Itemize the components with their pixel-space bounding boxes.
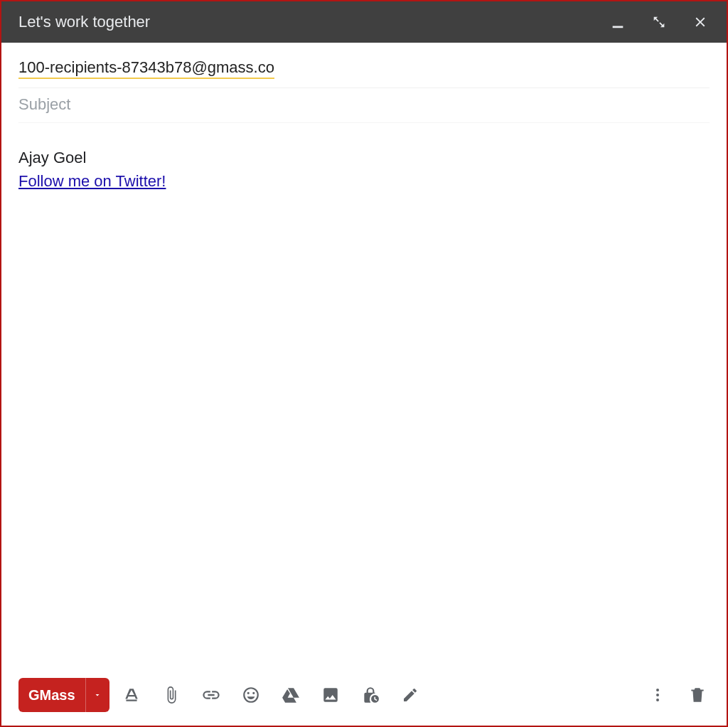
svg-point-3 bbox=[656, 699, 659, 701]
more-vert-icon bbox=[649, 686, 666, 704]
link-icon bbox=[201, 685, 221, 705]
more-options-button[interactable] bbox=[646, 683, 670, 707]
signature-twitter-link[interactable]: Follow me on Twitter! bbox=[18, 172, 166, 190]
insert-link-button[interactable] bbox=[199, 683, 223, 707]
send-button-group: GMass bbox=[18, 678, 109, 712]
recipients-row[interactable]: 100-recipients-87343b78@gmass.co bbox=[18, 51, 710, 88]
recipient-chip[interactable]: 100-recipients-87343b78@gmass.co bbox=[18, 58, 274, 79]
discard-draft-button[interactable] bbox=[685, 683, 710, 707]
attach-file-button[interactable] bbox=[159, 683, 183, 707]
compose-window: Let's work together 100-recipients-87343… bbox=[0, 0, 728, 727]
gmass-send-button[interactable]: GMass bbox=[18, 678, 85, 712]
image-icon bbox=[321, 686, 340, 704]
emoji-icon bbox=[242, 686, 260, 704]
popout-button[interactable] bbox=[647, 10, 671, 34]
right-tools bbox=[646, 683, 710, 707]
trash-icon bbox=[688, 686, 707, 704]
formatting-options-button[interactable] bbox=[119, 683, 144, 707]
gmass-send-more-button[interactable] bbox=[85, 678, 109, 712]
subject-input[interactable] bbox=[18, 95, 710, 114]
window-title: Let's work together bbox=[18, 13, 606, 31]
text-format-icon bbox=[122, 686, 141, 704]
insert-emoji-button[interactable] bbox=[239, 683, 263, 707]
minimize-icon bbox=[610, 14, 626, 30]
titlebar: Let's work together bbox=[1, 1, 727, 43]
drive-icon bbox=[282, 686, 300, 704]
message-body[interactable]: Ajay Goel Follow me on Twitter! bbox=[1, 123, 727, 664]
svg-point-1 bbox=[656, 689, 659, 691]
pen-icon bbox=[402, 686, 419, 704]
subject-row bbox=[18, 88, 710, 123]
signature-name: Ajay Goel bbox=[18, 146, 710, 169]
svg-point-2 bbox=[656, 694, 659, 696]
minimize-button[interactable] bbox=[606, 10, 630, 34]
titlebar-actions bbox=[606, 10, 712, 34]
close-icon bbox=[692, 14, 708, 30]
header-fields: 100-recipients-87343b78@gmass.co bbox=[1, 43, 727, 123]
compose-toolbar: GMass bbox=[1, 664, 727, 726]
expand-icon bbox=[651, 14, 667, 30]
lock-clock-icon bbox=[361, 686, 380, 704]
insert-signature-button[interactable] bbox=[398, 683, 422, 707]
paperclip-icon bbox=[162, 686, 181, 704]
confidential-mode-button[interactable] bbox=[358, 683, 382, 707]
svg-rect-0 bbox=[613, 26, 623, 28]
close-button[interactable] bbox=[688, 10, 712, 34]
caret-down-icon bbox=[93, 691, 102, 699]
formatting-tools bbox=[119, 683, 646, 707]
insert-photo-button[interactable] bbox=[318, 683, 343, 707]
insert-drive-button[interactable] bbox=[279, 683, 303, 707]
